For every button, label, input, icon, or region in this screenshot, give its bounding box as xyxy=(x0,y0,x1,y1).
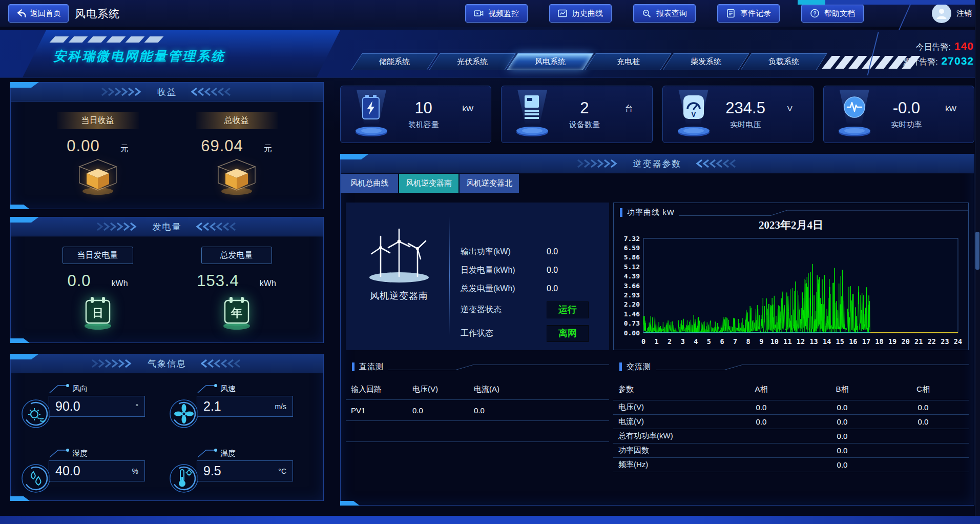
svg-text:?: ? xyxy=(813,11,816,16)
daily-income-stat: 当日收益 0.00 元 xyxy=(28,112,167,198)
magnifier-icon xyxy=(642,9,652,18)
humidity-icon xyxy=(19,461,53,495)
svg-text:0.73: 0.73 xyxy=(624,319,640,327)
installed-capacity-label: 装机容量 xyxy=(394,120,453,130)
section-bar-icon xyxy=(619,362,622,371)
humidity-value: 40.0 xyxy=(55,463,80,478)
section-bar-icon xyxy=(352,362,355,371)
svg-text:22: 22 xyxy=(928,337,936,346)
realtime-power-label: 实时功率 xyxy=(877,120,936,130)
scrollbar-track[interactable] xyxy=(975,0,980,524)
svg-text:16: 16 xyxy=(849,337,857,346)
user-area: 注销 xyxy=(932,4,972,23)
gold-cube-icon xyxy=(212,157,261,198)
power-curve-box: 功率曲线 kW 2023年2月4日 7.326.595.865.124.393.… xyxy=(613,203,969,350)
back-home-button[interactable]: 返回首页 xyxy=(8,4,69,23)
chevrons-right-icon xyxy=(577,159,619,168)
ac-table: 参数 A相 B相 C相 电压(V)0.00.00.0电流(V)0.00.00.0… xyxy=(613,379,969,472)
tab-storage-system[interactable]: 储能系统 xyxy=(351,53,437,70)
tab-diesel-system[interactable]: 柴发系统 xyxy=(662,53,749,70)
temperature-icon xyxy=(167,461,201,495)
inverter-panel-title: 逆变器参数 xyxy=(633,158,682,170)
alert-box-edge xyxy=(867,32,879,75)
temperature-value: 9.5 xyxy=(203,463,221,478)
header-band: 安科瑞微电网能量管理系统 储能系统 光伏系统 风电系统 充电桩 柴发系统 负载系… xyxy=(0,30,980,78)
tab-turbine-total-curve[interactable]: 风机总曲线 xyxy=(341,174,398,193)
chevrons-right-icon xyxy=(91,359,133,368)
chevrons-right-icon xyxy=(101,87,143,96)
temperature-unit: °C xyxy=(278,467,286,475)
video-monitor-button[interactable]: 视频监控 xyxy=(465,4,528,23)
brand-title: 安科瑞微电网能量管理系统 xyxy=(53,48,225,65)
daily-income-unit: 元 xyxy=(120,144,129,154)
tab-pv-system[interactable]: 光伏系统 xyxy=(429,53,515,70)
chevrons-left-icon xyxy=(196,222,238,231)
realtime-power-card: -0.0 kW 实时功率 xyxy=(823,86,974,143)
chart-date-title: 2023年2月4日 xyxy=(614,218,968,232)
total-generation-stat: 总发电量 153.4 kWh 年 xyxy=(167,247,306,333)
table-header-row: 参数 A相 B相 C相 xyxy=(613,379,969,400)
total-income-unit: 元 xyxy=(264,144,272,154)
realtime-voltage-unit: V xyxy=(775,104,805,113)
topbar-buttons: 视频监控 历史曲线 报表查询 xyxy=(465,4,864,23)
power-curve-header: 功率曲线 kW xyxy=(614,203,968,217)
voltage-gauge-icon: V xyxy=(681,94,706,120)
user-avatar[interactable] xyxy=(932,4,951,23)
weather-panel-title: 气象信息 xyxy=(148,358,186,370)
total-energy-row: 总发电量(kWh) 0.0 xyxy=(461,279,603,298)
tab-turbine-inverter-south[interactable]: 风机逆变器南 xyxy=(399,174,458,193)
scrollbar-thumb[interactable] xyxy=(975,232,979,270)
svg-text:5.86: 5.86 xyxy=(624,253,640,261)
svg-text:V: V xyxy=(691,110,696,118)
ac-table-body: 电压(V)0.00.00.0电流(V)0.00.00.0总有功功率(kW)0.0… xyxy=(613,400,969,472)
wind-direction-icon xyxy=(19,397,53,431)
svg-text:8: 8 xyxy=(746,337,750,346)
wind-direction-value-box: 90.0 ° xyxy=(49,396,145,417)
total-alerts: 累计告警: 27032 xyxy=(879,55,974,68)
turbine-block: 风机逆变器南 xyxy=(354,228,444,302)
tab-load-system[interactable]: 负载系统 xyxy=(740,53,827,70)
income-panel-title: 收益 xyxy=(157,86,177,98)
humidity-label: 湿度 xyxy=(72,449,88,458)
svg-text:1.46: 1.46 xyxy=(624,310,640,318)
power-curve-title: 功率曲线 kW xyxy=(627,208,675,217)
installed-capacity-unit: kW xyxy=(453,104,483,113)
total-income-value: 69.04 xyxy=(201,137,243,155)
tab-wind-system[interactable]: 风电系统 xyxy=(507,53,593,70)
total-income-stat: 总收益 69.04 元 xyxy=(167,112,306,198)
svg-text:11: 11 xyxy=(783,337,791,346)
report-query-button[interactable]: 报表查询 xyxy=(633,4,696,23)
income-panel: 收益 当日收益 0.00 元 xyxy=(10,82,324,209)
wind-direction-label-row: 风向 xyxy=(49,381,145,394)
chevrons-left-icon xyxy=(696,159,738,168)
inverter-panel-header: 逆变器参数 xyxy=(341,154,974,173)
svg-text:17: 17 xyxy=(862,337,870,346)
history-curve-button[interactable]: 历史曲线 xyxy=(549,4,612,23)
wind-turbines-icon xyxy=(358,228,440,284)
table-header-row: 输入回路 电压(V) 电流(A) xyxy=(346,379,609,400)
svg-text:1: 1 xyxy=(655,337,659,346)
section-bar-icon xyxy=(620,208,622,217)
report-query-label: 报表查询 xyxy=(656,9,687,18)
kpi-row: 10 kW 装机容量 xyxy=(340,86,974,143)
temperature-item: 温度 9.5 °C xyxy=(167,446,315,502)
section-divider-line xyxy=(656,364,969,371)
humidity-value-box: 40.0 % xyxy=(49,460,145,481)
vertical-divider xyxy=(449,217,450,335)
income-panel-header: 收益 xyxy=(11,83,323,102)
weather-panel: 气象信息 xyxy=(10,354,324,501)
table-row-empty xyxy=(346,421,609,442)
event-record-button[interactable]: 事件记录 xyxy=(717,4,780,23)
wind-speed-label: 风速 xyxy=(220,384,236,394)
svg-text:20: 20 xyxy=(902,337,910,346)
installed-capacity-card: 10 kW 装机容量 xyxy=(340,86,491,143)
dc-table: 输入回路 电压(V) 电流(A) PV1 0.0 0.0 xyxy=(346,379,609,442)
tab-turbine-inverter-north[interactable]: 风机逆变器北 xyxy=(460,174,519,193)
logout-button[interactable]: 注销 xyxy=(956,9,972,18)
generation-panel-title: 发电量 xyxy=(153,221,182,233)
device-icon xyxy=(520,94,544,120)
tab-charging-pile[interactable]: 充电桩 xyxy=(585,53,671,70)
help-doc-button[interactable]: ? 帮助文档 xyxy=(801,4,864,23)
svg-text:10: 10 xyxy=(770,337,779,346)
connector-line-icon xyxy=(197,446,218,458)
